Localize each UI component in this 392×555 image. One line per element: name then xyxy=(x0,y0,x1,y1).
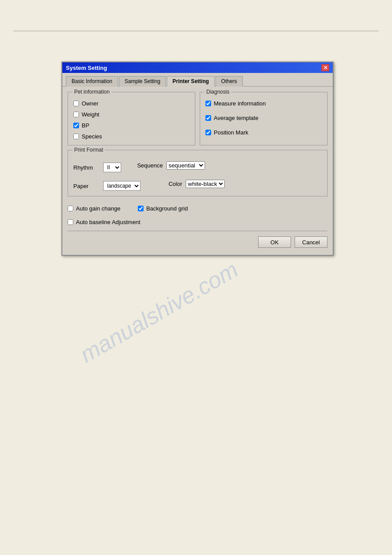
tab-basic-information[interactable]: Basic Information xyxy=(66,76,118,87)
color-label: Color xyxy=(154,181,182,187)
average-template-label: Average template xyxy=(214,115,259,121)
background-grid-checkbox[interactable] xyxy=(138,206,144,211)
auto-gain-row: Auto gain change xyxy=(68,205,120,212)
auto-gain-label: Auto gain change xyxy=(76,205,120,212)
dialog-content: Pet information Owner Weight BP xyxy=(62,87,333,255)
bottom-checkboxes: Auto gain change Background grid Auto ba… xyxy=(68,201,327,225)
auto-gain-checkbox[interactable] xyxy=(68,206,73,211)
average-template-row: Average template xyxy=(205,115,322,121)
auto-baseline-checkbox[interactable] xyxy=(68,219,73,225)
color-select[interactable]: white-black color xyxy=(186,180,225,188)
measure-info-checkbox[interactable] xyxy=(205,101,211,106)
rhythm-row: Rhythm II I III xyxy=(73,163,121,172)
ok-button[interactable]: OK xyxy=(258,236,291,248)
sequence-label: Sequence xyxy=(134,162,163,169)
auto-baseline-label: Auto baseline Adjustment xyxy=(76,219,140,225)
measure-info-row: Measure information xyxy=(205,100,322,107)
sequence-row: Sequence sequential interleaved xyxy=(134,161,205,170)
watermark: manualshive.com xyxy=(76,256,242,368)
pet-owner-row: Owner xyxy=(73,100,190,107)
auto-baseline-row: Auto baseline Adjustment xyxy=(68,219,327,225)
diagnosis-group: Diagnosis Measure information Average te… xyxy=(200,92,327,145)
tab-printer-setting[interactable]: Printer Setting xyxy=(167,76,215,87)
pet-info-legend: Pet information xyxy=(72,89,111,95)
paper-label: Paper xyxy=(73,183,100,189)
system-setting-dialog: System Setting ✕ Basic Information Sampl… xyxy=(61,62,334,256)
background-grid-row: Background grid xyxy=(138,205,188,212)
tab-sample-setting[interactable]: Sample Setting xyxy=(119,76,166,87)
position-mark-row: Position Mark xyxy=(205,129,322,136)
top-divider xyxy=(13,31,379,31)
rhythm-label: Rhythm xyxy=(73,164,100,171)
print-format-group: Print Format Rhythm II I III Sequence xyxy=(68,150,327,196)
species-checkbox[interactable] xyxy=(73,134,79,139)
average-template-checkbox[interactable] xyxy=(205,115,211,121)
background-grid-label: Background grid xyxy=(146,205,188,212)
diagnosis-legend: Diagnosis xyxy=(205,89,231,95)
panels-row: Pet information Owner Weight BP xyxy=(68,92,327,145)
pet-species-row: Species xyxy=(73,133,190,140)
rhythm-select[interactable]: II I III xyxy=(103,163,121,172)
tab-others[interactable]: Others xyxy=(216,76,243,87)
dialog-buttons: OK Cancel xyxy=(68,236,327,250)
cancel-button[interactable]: Cancel xyxy=(295,236,327,248)
owner-label: Owner xyxy=(82,100,98,107)
pet-bp-row: BP xyxy=(73,122,190,129)
weight-label: Weight xyxy=(82,111,99,118)
dialog-titlebar: System Setting ✕ xyxy=(62,62,333,73)
color-row: Color white-black color xyxy=(154,180,225,188)
bottom-divider xyxy=(68,231,327,231)
position-mark-checkbox[interactable] xyxy=(205,130,211,135)
paper-row: Paper landscape portrait xyxy=(73,181,140,191)
owner-checkbox[interactable] xyxy=(73,101,79,106)
pet-weight-row: Weight xyxy=(73,111,190,118)
close-button[interactable]: ✕ xyxy=(321,64,329,71)
species-label: Species xyxy=(82,133,102,140)
sequence-select[interactable]: sequential interleaved xyxy=(166,161,205,170)
position-mark-label: Position Mark xyxy=(214,129,248,136)
paper-select[interactable]: landscape portrait xyxy=(103,181,140,191)
measure-info-label: Measure information xyxy=(214,100,266,107)
dialog-tabs: Basic Information Sample Setting Printer… xyxy=(62,73,333,87)
dialog-title: System Setting xyxy=(66,65,107,71)
bp-checkbox[interactable] xyxy=(73,123,79,128)
bp-label: BP xyxy=(82,122,89,129)
print-format-legend: Print Format xyxy=(72,147,105,153)
weight-checkbox[interactable] xyxy=(73,112,79,117)
pet-information-group: Pet information Owner Weight BP xyxy=(68,92,195,145)
